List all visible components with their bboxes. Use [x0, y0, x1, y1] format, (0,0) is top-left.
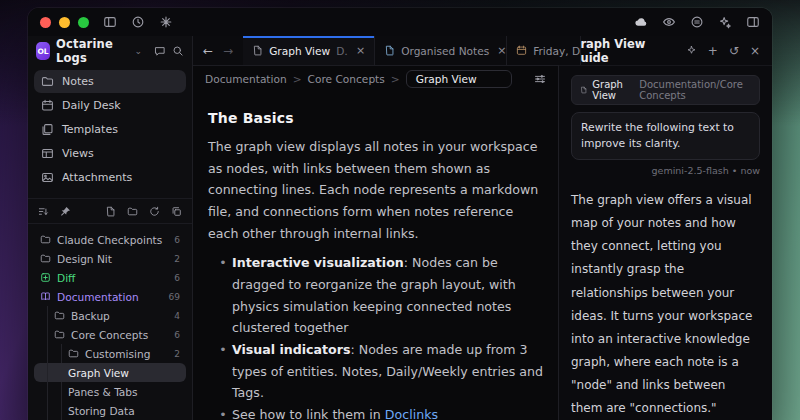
close-panel-button[interactable]: × [750, 44, 760, 58]
doclinks-link[interactable]: Doclinks [385, 407, 438, 420]
snowflake-icon[interactable] [159, 15, 173, 29]
sidebar-item-attachments[interactable]: Attachments [34, 166, 186, 189]
eye-icon[interactable] [662, 15, 676, 29]
tab-bar: ← → Graph View Documentation × Organised… [193, 36, 558, 66]
sidebar: OL Octarine Logs ⌄ Notes Daily De [28, 36, 193, 420]
note-content: The Basics The graph view displays all n… [193, 92, 558, 420]
tab-organised-notes[interactable]: Organised Notes × [375, 36, 507, 65]
tree-item-backup[interactable]: Backup4 [34, 306, 186, 325]
search-icon[interactable] [172, 45, 184, 57]
folder-icon [40, 253, 51, 264]
workspace-name: Octarine Logs [56, 37, 128, 65]
breadcrumb-documentation[interactable]: Documentation [205, 73, 287, 85]
sidebar-item-templates[interactable]: Templates [34, 118, 186, 141]
sidebar-item-label: Templates [62, 123, 118, 136]
zoom-window-button[interactable] [78, 17, 89, 28]
folder-icon [40, 234, 51, 245]
close-window-button[interactable] [40, 17, 51, 28]
sidebar-nav: Notes Daily Desk Templates Views Attachm… [28, 66, 192, 196]
close-tab-icon[interactable]: × [354, 44, 365, 57]
tree-item-design-nit[interactable]: Design Nit2 [34, 249, 186, 268]
sidebar-item-daily-desk[interactable]: Daily Desk [34, 94, 186, 117]
workspace-switcher[interactable]: OL Octarine Logs ⌄ [28, 36, 192, 66]
minimize-window-button[interactable] [59, 17, 70, 28]
new-folder-icon[interactable] [127, 206, 138, 217]
calendar-icon [41, 99, 54, 112]
sparkles-icon[interactable] [718, 15, 732, 29]
file-icon [580, 85, 587, 95]
assistant-response: The graph view offers a visual map of yo… [571, 189, 760, 419]
app-window: OL Octarine Logs ⌄ Notes Daily De [28, 8, 772, 420]
user-prompt: Rewrite the following text to improve it… [571, 112, 760, 160]
copy-icon[interactable] [171, 206, 182, 217]
assistant-title: Graph View Guide [571, 37, 686, 65]
paragraph: The graph view displays all notes in you… [208, 136, 544, 244]
sidebar-toolbar [28, 198, 192, 224]
section-heading: The Basics [208, 110, 544, 126]
tab-friday[interactable]: Friday, D [507, 36, 581, 65]
list-item: • See how to link them in Doclinks [214, 404, 544, 420]
back-button[interactable]: ← [203, 44, 213, 58]
sidebar-item-label: Views [62, 147, 94, 160]
cloud-sync-icon[interactable] [634, 15, 648, 29]
editor-pane: ← → Graph View Documentation × Organised… [193, 36, 558, 420]
titlebar [28, 8, 772, 36]
new-chat-button[interactable]: + [708, 44, 718, 58]
image-icon [41, 171, 54, 184]
sidebar-item-notes[interactable]: Notes [34, 70, 186, 93]
comment-icon[interactable] [154, 45, 166, 57]
history-icon[interactable]: ↺ [729, 44, 739, 58]
note-title-input[interactable]: Graph View [406, 70, 512, 88]
tree-item-storing-data[interactable]: Storing Data [34, 401, 186, 420]
model-name: gemini-2.5-flash [652, 165, 729, 176]
assistant-panel: Graph View Guide + ↺ × Graph View Docume… [558, 36, 772, 420]
folder-icon [41, 75, 54, 88]
calendar-icon [516, 45, 527, 56]
clock-icon[interactable] [131, 15, 145, 29]
note-count: 2 [174, 349, 180, 359]
folder-icon [54, 310, 65, 321]
sort-icon[interactable] [38, 206, 49, 217]
tab-graph-view[interactable]: Graph View Documentation × [243, 36, 375, 65]
breadcrumb-core-concepts[interactable]: Core Concepts [308, 73, 385, 85]
note-count: 4 [174, 311, 180, 321]
tree-item-customising[interactable]: Customising2 [34, 344, 186, 363]
tree-item-core-concepts[interactable]: Core Concepts6 [34, 325, 186, 344]
pin-icon[interactable] [60, 206, 71, 217]
assistant-body: Graph View Documentation/Core Concepts R… [559, 66, 772, 420]
tree-item-claude-checkpoints[interactable]: Claude Checkpoints6 [34, 230, 186, 249]
tree-item-panes-tabs[interactable]: Panes & Tabs [34, 382, 186, 401]
panel-left-toggle-icon[interactable] [103, 15, 117, 29]
assistant-header: Graph View Guide + ↺ × [559, 36, 772, 66]
note-count: 6 [174, 235, 180, 245]
diff-icon [40, 272, 51, 283]
note-count: 6 [174, 273, 180, 283]
template-icon [41, 123, 54, 136]
sparkle-icon[interactable] [686, 45, 697, 56]
sidebar-item-label: Notes [62, 75, 94, 88]
forward-button[interactable]: → [223, 44, 233, 58]
sync-icon[interactable] [149, 206, 160, 217]
list-item: • Interactive visualization: Nodes can b… [214, 252, 544, 339]
archive-icon[interactable] [690, 15, 704, 29]
folder-icon [68, 348, 79, 359]
tree-item-documentation[interactable]: Documentation69 [34, 287, 186, 306]
note-options-icon[interactable] [534, 73, 546, 85]
file-tree: Claude Checkpoints6 Design Nit2 Diff6 Do… [28, 224, 192, 420]
panel-right-toggle-icon[interactable] [746, 15, 760, 29]
timestamp: now [740, 165, 760, 176]
context-chip[interactable]: Graph View Documentation/Core Concepts [571, 75, 760, 105]
note-count: 2 [174, 254, 180, 264]
close-tab-icon[interactable]: × [495, 44, 506, 57]
breadcrumb: Documentation > Core Concepts > Graph Vi… [193, 66, 558, 92]
tree-item-graph-view[interactable]: Graph View [34, 363, 186, 382]
folder-icon [54, 329, 65, 340]
workspace-logo: OL [36, 42, 50, 60]
file-icon [384, 45, 395, 56]
titlebar-left-icons [103, 15, 173, 29]
tree-item-diff[interactable]: Diff6 [34, 268, 186, 287]
sidebar-item-views[interactable]: Views [34, 142, 186, 165]
sidebar-item-label: Attachments [62, 171, 132, 184]
titlebar-right-icons [634, 15, 760, 29]
new-file-icon[interactable] [105, 206, 116, 217]
